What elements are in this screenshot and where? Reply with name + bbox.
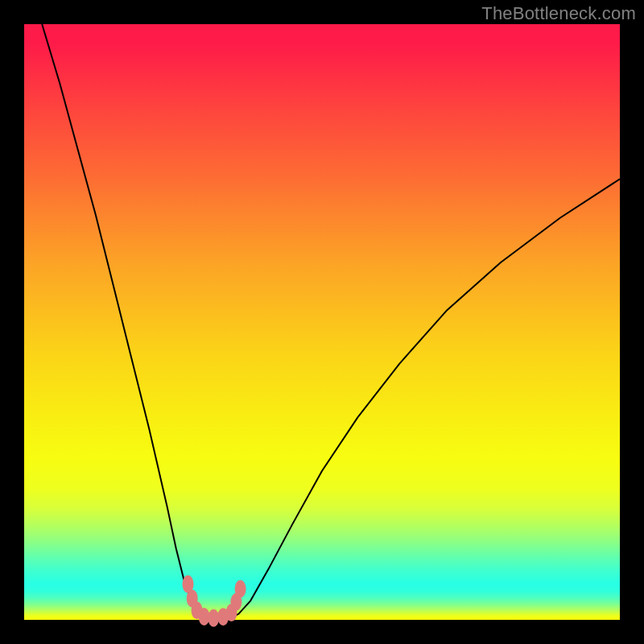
bottleneck-curve-path	[42, 24, 620, 618]
trough-marker	[208, 609, 219, 627]
trough-marker	[199, 608, 210, 625]
plot-area	[24, 24, 620, 620]
trough-marker	[235, 580, 246, 598]
trough-marker-group	[183, 576, 246, 627]
curve-layer	[24, 24, 620, 620]
chart-frame: TheBottleneck.com	[0, 0, 644, 644]
watermark-text: TheBottleneck.com	[481, 3, 636, 24]
